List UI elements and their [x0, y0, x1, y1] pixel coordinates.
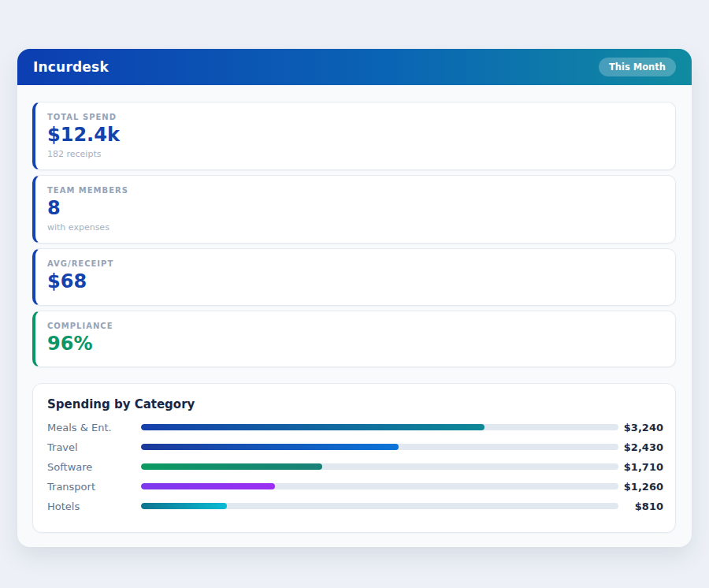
stat-card: COMPLIANCE96%: [32, 311, 676, 367]
bar-fill: [141, 483, 275, 489]
spending-row: Travel$2,430: [47, 437, 663, 457]
category-label: Meals & Ent.: [47, 422, 141, 434]
stat-sub: with expenses: [47, 222, 663, 233]
category-value: $810: [618, 501, 663, 512]
category-value: $1,260: [618, 481, 663, 493]
stat-label: TOTAL SPEND: [47, 113, 663, 121]
dashboard-container: Incurdesk This Month TOTAL SPEND$12.4k18…: [17, 49, 692, 547]
dashboard-body: TOTAL SPEND$12.4k182 receiptsTEAM MEMBER…: [17, 85, 692, 547]
app-header: Incurdesk This Month: [17, 49, 692, 85]
spending-row: Hotels$810: [47, 497, 663, 516]
stats-section: TOTAL SPEND$12.4k182 receiptsTEAM MEMBER…: [32, 102, 676, 367]
stat-value: $68: [47, 270, 663, 294]
app-title: Incurdesk: [33, 59, 109, 75]
category-value: $1,710: [618, 461, 663, 473]
bar-track: [141, 424, 618, 430]
stat-label: AVG/RECEIPT: [47, 259, 663, 268]
bar-track: [141, 463, 618, 470]
bar-track: [141, 444, 618, 450]
spending-row: Software$1,710: [47, 457, 663, 477]
page-background: Incurdesk This Month TOTAL SPEND$12.4k18…: [0, 0, 709, 588]
category-label: Travel: [47, 441, 141, 453]
spending-row: Transport$1,260: [47, 477, 663, 497]
category-label: Hotels: [47, 501, 141, 512]
stat-card: TOTAL SPEND$12.4k182 receipts: [32, 102, 676, 170]
bar-fill: [141, 463, 322, 470]
bar-fill: [141, 503, 227, 509]
period-badge[interactable]: This Month: [599, 58, 676, 76]
category-label: Software: [47, 461, 141, 473]
stat-value: 96%: [47, 332, 663, 356]
category-value: $3,240: [618, 422, 663, 434]
spending-row: Meals & Ent.$3,240: [47, 418, 663, 437]
stat-card: TEAM MEMBERS8with expenses: [32, 175, 676, 244]
stat-label: TEAM MEMBERS: [47, 186, 663, 195]
bar-track: [141, 483, 618, 489]
bar-fill: [141, 424, 484, 430]
spending-card: Spending by Category Meals & Ent.$3,240T…: [32, 383, 676, 533]
stat-sub: 182 receipts: [47, 149, 663, 159]
stat-value: 8: [47, 196, 663, 221]
spending-rows: Meals & Ent.$3,240Travel$2,430Software$1…: [47, 418, 663, 516]
category-value: $2,430: [618, 441, 663, 453]
stat-value: $12.4k: [47, 123, 663, 147]
bar-fill: [141, 444, 399, 450]
category-label: Transport: [47, 481, 141, 493]
stat-label: COMPLIANCE: [47, 322, 663, 330]
stat-card: AVG/RECEIPT$68: [32, 248, 676, 305]
bar-track: [141, 503, 618, 509]
spending-title: Spending by Category: [47, 397, 663, 411]
